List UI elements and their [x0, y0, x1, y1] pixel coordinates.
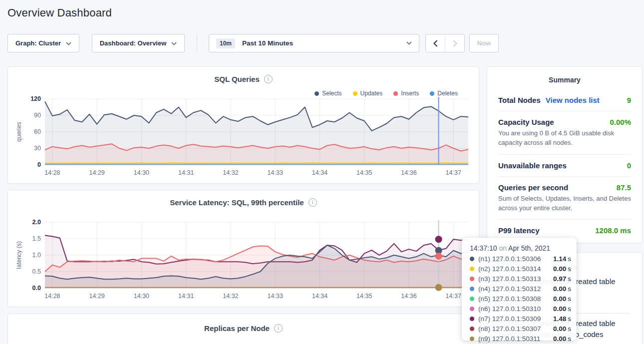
- node-color-dot: [470, 317, 474, 321]
- divider: [498, 111, 631, 111]
- summary-panel: Summary Total Nodes View nodes list 9 Ca…: [487, 66, 643, 243]
- svg-text:14:28: 14:28: [44, 169, 60, 176]
- node-address: (n8) 127.0.0.1:50307: [478, 326, 553, 333]
- time-range-dropdown[interactable]: 10m Past 10 Minutes: [209, 34, 419, 52]
- svg-text:1.5: 1.5: [32, 235, 41, 242]
- svg-text:14:36: 14:36: [401, 169, 416, 176]
- node-color-dot: [470, 257, 474, 261]
- summary-label: Queries per second: [498, 183, 568, 192]
- tooltip-time: 14:37:10: [470, 244, 497, 252]
- view-nodes-list-link[interactable]: View nodes list: [546, 96, 600, 104]
- tooltip-row: (n2) 127.0.0.1:503140.00s: [470, 266, 569, 273]
- tooltip-rows: (n1) 127.0.0.1:503061.14s(n2) 127.0.0.1:…: [470, 256, 569, 343]
- tooltip-row: (n7) 127.0.0.1:503091.48s: [470, 316, 569, 323]
- svg-text:14:28: 14:28: [44, 293, 60, 300]
- summary-value: 0.00%: [610, 118, 631, 126]
- node-address: (n1) 127.0.0.1:50306: [478, 256, 553, 263]
- time-range-label: Past 10 Minutes: [242, 39, 293, 47]
- node-color-dot: [470, 287, 474, 291]
- tooltip-row: (n5) 127.0.0.1:503080.00s: [470, 296, 569, 303]
- tooltip-preposition: on: [499, 244, 507, 252]
- service-latency-chart[interactable]: 0.00.51.01.52.014:2814:2914:3014:3114:32…: [14, 218, 473, 304]
- svg-text:14:34: 14:34: [312, 169, 327, 176]
- svg-text:14:32: 14:32: [223, 293, 238, 300]
- svg-text:2.0: 2.0: [32, 219, 41, 226]
- dashboard-dropdown[interactable]: Dashboard: Overview: [92, 34, 185, 52]
- svg-text:14:37: 14:37: [446, 293, 461, 300]
- node-latency-value: 0.00: [553, 306, 566, 313]
- latency-unit: s: [568, 256, 571, 263]
- info-icon[interactable]: i: [264, 75, 273, 83]
- svg-text:queries: queries: [15, 122, 22, 141]
- summary-value: 9: [627, 96, 631, 104]
- node-color-dot: [470, 277, 474, 281]
- tooltip-row: (n9) 127.0.0.1:503110.00s: [470, 336, 569, 343]
- svg-text:14:31: 14:31: [178, 293, 194, 300]
- next-time-button[interactable]: [445, 34, 464, 52]
- time-step-buttons: [425, 34, 465, 52]
- svg-text:14:30: 14:30: [134, 169, 149, 176]
- chevron-down-icon: [66, 39, 71, 47]
- node-address: (n7) 127.0.0.1:50309: [478, 316, 553, 323]
- node-address: (n3) 127.0.0.1:50313: [478, 276, 553, 283]
- summary-row-unavailable-ranges: Unavailable ranges 0: [498, 161, 631, 170]
- page-title: Overview Dashboard: [7, 6, 112, 19]
- tooltip-row: (n1) 127.0.0.1:503061.14s: [470, 256, 569, 263]
- latency-unit: s: [568, 266, 571, 273]
- svg-text:14:31: 14:31: [178, 169, 194, 176]
- summary-row-p99-latency: P99 latency 1208.0 ms: [498, 226, 631, 235]
- tooltip-row: (n4) 127.0.0.1:503120.00s: [470, 286, 569, 293]
- node-latency-value: 0.00: [553, 326, 566, 333]
- latency-unit: s: [568, 296, 571, 303]
- node-color-dot: [470, 267, 474, 271]
- chevron-down-icon: [406, 41, 412, 45]
- svg-text:14:35: 14:35: [356, 293, 372, 300]
- sql-queries-panel: SQL Queries i SelectsUpdatesInsertsDelet…: [7, 66, 479, 184]
- summary-row-queries-per-second: Queries per second 87.5: [498, 183, 631, 192]
- svg-text:60: 60: [34, 128, 41, 135]
- svg-text:14:36: 14:36: [401, 293, 416, 300]
- svg-text:14:29: 14:29: [89, 169, 104, 176]
- summary-label: Capacity Usage: [498, 118, 554, 126]
- now-button[interactable]: Now: [469, 34, 499, 52]
- svg-text:0.0: 0.0: [32, 285, 41, 292]
- tooltip-timestamp: 14:37:10 on Apr 5th, 2021: [470, 244, 569, 253]
- svg-text:0.5: 0.5: [32, 268, 41, 275]
- summary-description: You are using 0 B of 4.5 GiB usable disk…: [498, 129, 631, 148]
- graph-dropdown[interactable]: Graph: Cluster: [7, 34, 79, 52]
- info-icon[interactable]: i: [274, 324, 283, 333]
- node-color-dot: [470, 327, 474, 331]
- summary-row-capacity-usage: Capacity Usage 0.00%: [498, 118, 631, 126]
- svg-text:14:33: 14:33: [268, 169, 283, 176]
- summary-value: 1208.0 ms: [595, 226, 631, 235]
- node-latency-value: 0.00: [553, 266, 566, 273]
- replicas-per-node-title: Replicas per Node: [204, 324, 270, 333]
- tooltip-row: (n8) 127.0.0.1:503070.00s: [470, 326, 569, 333]
- node-color-dot: [470, 337, 474, 341]
- node-latency-value: 0.97: [553, 276, 566, 283]
- replicas-per-node-panel: Replicas per Node i: [7, 314, 479, 344]
- summary-title: Summary: [498, 76, 631, 84]
- chevron-down-icon: [171, 39, 177, 47]
- summary-label: P99 latency: [498, 226, 540, 235]
- node-address: (n5) 127.0.0.1:50308: [478, 296, 553, 303]
- summary-description: Sum of Selects, Updates, Inserts, and De…: [498, 194, 631, 213]
- service-latency-panel: Service Latency: SQL, 99th percentile i …: [7, 190, 479, 307]
- node-latency-value: 1.48: [553, 316, 566, 323]
- svg-text:14:34: 14:34: [312, 293, 327, 300]
- chart-hover-tooltip: 14:37:10 on Apr 5th, 2021 (n1) 127.0.0.1…: [462, 238, 577, 341]
- sql-queries-chart[interactable]: 030609012014:2814:2914:3014:3114:3214:33…: [14, 95, 473, 181]
- latency-unit: s: [568, 276, 571, 283]
- graph-dropdown-label: Graph: Cluster: [15, 39, 61, 47]
- latency-unit: s: [568, 306, 571, 313]
- svg-text:14:33: 14:33: [268, 293, 283, 300]
- node-latency-value: 0.00: [553, 286, 566, 293]
- service-latency-title: Service Latency: SQL, 99th percentile: [170, 198, 304, 207]
- info-icon[interactable]: i: [309, 198, 317, 207]
- latency-unit: s: [568, 316, 571, 323]
- svg-text:30: 30: [34, 145, 41, 152]
- prev-time-button[interactable]: [426, 34, 445, 52]
- svg-text:14:37: 14:37: [446, 169, 461, 176]
- svg-text:0: 0: [37, 161, 41, 168]
- svg-text:14:35: 14:35: [356, 169, 372, 176]
